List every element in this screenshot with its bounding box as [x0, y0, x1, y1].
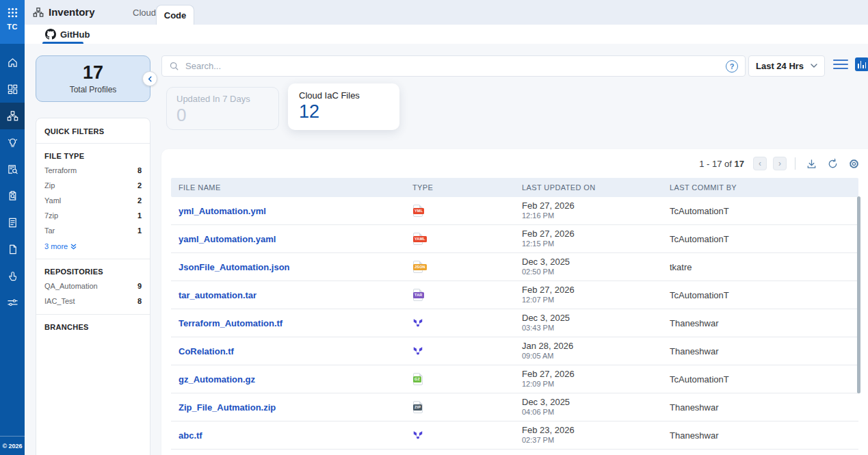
refresh-button[interactable]	[825, 156, 840, 171]
table-row[interactable]: Terraform_Automation.tf Dec 3, 202503:43…	[171, 309, 858, 337]
table-row[interactable]: JsonFile_Automation.json JSON Dec 3, 202…	[171, 253, 858, 281]
filter-file-type-yaml[interactable]: Yaml 2	[44, 193, 142, 208]
filter-file-type-terraform[interactable]: Terraform 8	[44, 163, 142, 178]
last-commit-by-cell: TcAutomationT	[670, 290, 858, 300]
sidebar-item-documents[interactable]	[0, 236, 25, 263]
file-type-icon: YAML	[412, 233, 423, 246]
file-name-link[interactable]: abc.tf	[179, 430, 412, 441]
table-header-row: FILE NAME TYPE LAST UPDATED ON LAST COMM…	[171, 178, 858, 197]
total-profiles-label: Total Profiles	[70, 85, 117, 94]
pagination-prev-button[interactable]: ‹	[753, 157, 767, 170]
filter-repo-iac-test[interactable]: IAC_Test 8	[44, 294, 142, 309]
file-name-link[interactable]: Terraform_Automation.tf	[179, 318, 412, 328]
last-commit-by-cell: TcAutomationT	[670, 374, 858, 385]
tab-code[interactable]: Code	[156, 5, 194, 25]
filter-label: IAC_Test	[44, 297, 75, 305]
list-view-toggle[interactable]	[833, 60, 848, 69]
file-type-icon	[412, 345, 423, 358]
file-name-link[interactable]: yml_Automation.yml	[179, 206, 412, 216]
app-rail: TC © 2026	[0, 0, 25, 455]
table-row[interactable]: Zip_File_Autmation.zip ZIP Dec 3, 202504…	[171, 393, 858, 421]
last-commit-by-cell: Thaneshwar	[670, 402, 858, 413]
rail-nav	[0, 44, 25, 436]
file-name-link[interactable]: Zip_File_Autmation.zip	[179, 402, 412, 413]
files-table-card: 1 - 17 of 17 ‹ › FILE NAME TYPE LAST UPD…	[161, 149, 868, 455]
collapse-panel-button[interactable]	[142, 71, 157, 86]
filter-repo-qa-automation[interactable]: QA_Automation 9	[44, 278, 142, 294]
file-name-link[interactable]: gz_Automation.gz	[179, 374, 412, 385]
stat-card-updated-7-days[interactable]: Updated In 7 Days 0	[166, 87, 279, 130]
stat-value: 12	[299, 101, 389, 122]
table-row[interactable]: yaml_Automation.yaml YAML Feb 27, 202612…	[171, 225, 858, 253]
sidebar-item-inventory[interactable]	[0, 103, 25, 129]
table-row[interactable]: abc.tf Feb 23, 202602:37 PM Thaneshwar	[171, 421, 858, 450]
help-icon[interactable]: ?	[726, 60, 738, 73]
file-type-icon: JSON	[412, 261, 423, 274]
last-updated-cell: Dec 3, 202504:06 PM	[522, 397, 670, 417]
pagination-next-button[interactable]: ›	[773, 157, 787, 170]
column-header-file-name[interactable]: FILE NAME	[179, 183, 412, 192]
filter-label: Tar	[44, 226, 55, 235]
terraform-icon	[412, 346, 423, 356]
file-type-icon: TAR	[412, 289, 423, 302]
sidebar-item-home[interactable]	[0, 49, 25, 76]
total-profiles-value: 17	[83, 63, 103, 83]
filter-file-type-7zip[interactable]: 7zip 1	[44, 208, 142, 223]
filter-file-type-tar[interactable]: Tar 1	[44, 223, 142, 238]
column-header-last-commit-by[interactable]: LAST COMMIT BY	[670, 183, 858, 192]
quick-filters-panel: QUICK FILTERS FILE TYPE Terraform 8 Zip …	[36, 118, 150, 455]
last-updated-cell: Jan 28, 202609:05 AM	[522, 341, 670, 361]
time-range-select[interactable]: Last 24 Hrs	[748, 55, 825, 77]
quick-filters-title: QUICK FILTERS	[44, 118, 142, 143]
files-table: FILE NAME TYPE LAST UPDATED ON LAST COMM…	[171, 178, 858, 450]
workspace-switcher[interactable]: TC	[0, 0, 25, 44]
last-commit-by-cell: TcAutomationT	[670, 206, 858, 216]
filter-count: 1	[137, 226, 142, 235]
sidebar-item-dashboard[interactable]	[0, 76, 25, 103]
last-commit-by-cell: Thaneshwar	[670, 346, 858, 356]
filter-label: 7zip	[44, 211, 58, 220]
filter-count: 2	[137, 196, 142, 205]
sitemap-icon	[7, 110, 18, 122]
chevron-left-icon	[147, 76, 153, 82]
sidebar-item-insights[interactable]	[0, 129, 25, 156]
terraform-icon	[412, 317, 423, 328]
divider	[795, 157, 795, 170]
stat-card-cloud-iac-files[interactable]: Cloud IaC Files 12	[288, 83, 399, 130]
table-row[interactable]: yml_Automation.yml YML Feb 27, 202612:16…	[171, 197, 858, 225]
table-row[interactable]: CoRelation.tf Jan 28, 202609:05 AM Thane…	[171, 337, 858, 365]
inventory-title-icon	[33, 7, 44, 18]
file-name-link[interactable]: JsonFile_Automation.json	[179, 262, 412, 272]
table-row[interactable]: tar_automation.tar TAR Feb 27, 202612:07…	[171, 281, 858, 309]
table-row[interactable]: gz_Automation.gz GZ Feb 27, 202612:09 PM…	[171, 365, 858, 393]
stat-value: 0	[176, 105, 269, 126]
table-settings-button[interactable]	[846, 156, 861, 171]
tab-github[interactable]: GitHub	[45, 25, 90, 44]
file-icon	[7, 244, 18, 255]
table-toolbar: 1 - 17 of 17 ‹ ›	[161, 149, 868, 178]
search-input[interactable]	[185, 61, 720, 71]
filter-label: Terraform	[44, 166, 77, 174]
file-name-link[interactable]: tar_automation.tar	[179, 290, 412, 300]
file-name-link[interactable]: CoRelation.tf	[179, 346, 412, 356]
sidebar-item-actions[interactable]	[0, 263, 25, 289]
apps-grid-icon	[7, 7, 18, 18]
column-header-type[interactable]: TYPE	[412, 183, 522, 192]
show-more-file-types-link[interactable]: 3 more	[44, 238, 142, 259]
total-profiles-card[interactable]: 17 Total Profiles	[36, 55, 150, 102]
top-bar: Inventory Cloud Code	[25, 0, 868, 25]
chart-view-toggle[interactable]	[855, 57, 868, 71]
file-name-link[interactable]: yaml_Automation.yaml	[179, 234, 412, 244]
filter-count: 8	[137, 297, 142, 305]
sidebar-item-reports[interactable]	[0, 209, 25, 236]
table-scrollbar[interactable]	[857, 196, 860, 393]
tab-github-label: GitHub	[60, 29, 90, 40]
sidebar-item-audit[interactable]	[0, 183, 25, 209]
github-icon	[45, 29, 56, 40]
last-commit-by-cell: Thaneshwar	[670, 430, 858, 441]
download-button[interactable]	[804, 156, 819, 171]
sidebar-item-preferences[interactable]	[0, 289, 25, 316]
sidebar-item-discovery[interactable]	[0, 156, 25, 183]
filter-file-type-zip[interactable]: Zip 2	[44, 178, 142, 193]
column-header-last-updated[interactable]: LAST UPDATED ON	[522, 183, 670, 192]
